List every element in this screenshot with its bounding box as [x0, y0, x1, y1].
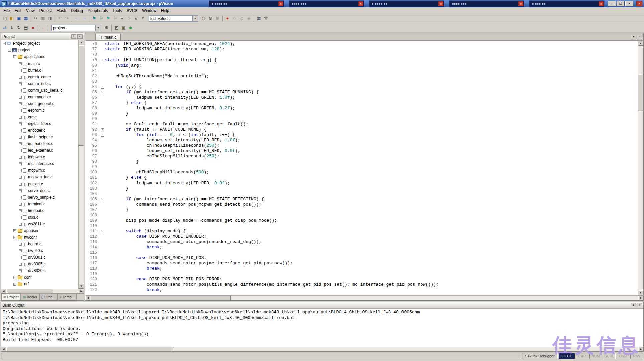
close-document-icon[interactable]: × — [637, 35, 642, 39]
comment-selection-icon[interactable]: // — [133, 15, 140, 22]
tree-item[interactable]: +digital_filter.c — [1, 120, 78, 127]
pin-icon[interactable]: ↧ — [71, 34, 76, 39]
code-line[interactable]: 81 — [85, 68, 638, 74]
build-output-log[interactable]: I:\BaiduNetdiskDownload\vesc6keil\bldc_m… — [1, 309, 643, 347]
expand-icon[interactable]: + — [19, 183, 22, 186]
tree-item[interactable]: +irq_handlers.c — [1, 140, 78, 147]
tree-item[interactable]: +mc_interface.c — [1, 160, 78, 167]
code-line[interactable]: 99 — [85, 164, 638, 170]
close-icon[interactable]: × — [438, 1, 443, 6]
menu-help[interactable]: Help — [159, 8, 172, 14]
code-line[interactable]: 78 — [85, 52, 638, 57]
code-line[interactable]: 121 commands_send_rotor_pos(utils_angle_… — [85, 282, 638, 287]
tree-item[interactable]: -hwconf — [1, 234, 78, 241]
build-target-icon[interactable]: ⇓ — [8, 25, 15, 31]
menu-file[interactable]: File — [1, 8, 12, 14]
panel-tab-temp[interactable]: ≡Temp... — [58, 294, 77, 300]
tree-item[interactable]: +commands.c — [1, 94, 78, 100]
scroll-left-icon[interactable]: ◀ — [85, 296, 90, 300]
expand-icon[interactable]: + — [19, 189, 22, 192]
tree-item[interactable]: +hw_60.c — [1, 247, 78, 254]
chevron-down-icon[interactable]: ▼ — [95, 25, 101, 31]
scroll-down-icon[interactable]: ▼ — [79, 284, 84, 289]
tree-item[interactable]: +terminal.c — [1, 201, 78, 207]
tree-item[interactable]: -Project: project — [1, 40, 78, 47]
code-line[interactable]: 93- for (int i = 0; i < (int)fault; i++)… — [85, 132, 638, 138]
expand-icon[interactable]: + — [19, 243, 22, 246]
scroll-up-icon[interactable]: ▲ — [79, 40, 84, 45]
window-layout-icon[interactable]: ▦ — [255, 15, 262, 22]
close-icon[interactable]: × — [358, 1, 363, 6]
expand-icon[interactable]: + — [19, 116, 22, 119]
code-line[interactable]: 83 — [85, 79, 638, 84]
options-for-target-icon[interactable]: ⚙ — [103, 25, 110, 31]
code-line[interactable]: 79-static THD_FUNCTION(periodic_thread, … — [85, 57, 638, 63]
fold-toggle-icon[interactable]: - — [100, 197, 105, 202]
code-line[interactable]: 90 — [85, 116, 638, 122]
code-line[interactable]: 106 commands_send_rotor_pos(mcpwm_get_de… — [85, 202, 638, 207]
code-line[interactable]: 104 — [85, 191, 638, 197]
close-icon[interactable]: × — [518, 1, 523, 6]
editor-tab-main-c[interactable]: main.c — [95, 34, 121, 40]
scrollbar-thumb[interactable] — [638, 74, 643, 111]
configure-tools-icon[interactable]: ⚒ — [262, 15, 269, 22]
expand-icon[interactable]: + — [19, 62, 22, 65]
tree-item[interactable]: +mcpwm.c — [1, 167, 78, 174]
expand-icon[interactable]: + — [19, 209, 22, 212]
close-button[interactable]: × — [625, 1, 633, 6]
build-output-hscrollbar[interactable]: ◀ ▶ — [1, 347, 643, 351]
code-line[interactable]: 95 chThdSleepMilliseconds(250); — [85, 143, 638, 148]
expand-icon[interactable]: + — [19, 203, 22, 206]
menu-peripherals[interactable]: Peripherals — [85, 8, 110, 14]
scrollbar-thumb[interactable] — [91, 296, 231, 300]
code-line[interactable]: 91 mc_fault_code fault = mc_interface_ge… — [85, 122, 638, 127]
code-line[interactable]: 109 disp_pos_mode display_mode = command… — [85, 218, 638, 223]
panel-tab-project[interactable]: ▤Project — [1, 294, 21, 300]
tree-item[interactable]: +conf_general.c — [1, 100, 78, 107]
code-line[interactable]: 103 } — [85, 186, 638, 191]
redo-icon[interactable]: ↷ — [63, 15, 70, 22]
code-line[interactable]: 120 case DISP_POS_MODE_PID_POS_ERROR: — [85, 277, 638, 282]
scroll-right-icon[interactable]: ▶ — [79, 289, 84, 293]
expand-icon[interactable]: + — [19, 76, 22, 79]
code-line[interactable]: 97 chThdSleepMilliseconds(250); — [85, 154, 638, 159]
manage-project-items-icon[interactable]: ▣ — [120, 25, 127, 31]
remote-window-tab[interactable]: ■ ■■■■ ■■× — [369, 0, 445, 7]
tree-item[interactable]: +comm_usb_serial.c — [1, 87, 78, 94]
project-tree-scrollbar[interactable]: ▲ ▼ — [78, 40, 84, 289]
code-line[interactable]: 88 ledpwm_set_intensity(LED_GREEN, 0.2f)… — [85, 106, 638, 111]
menu-edit[interactable]: Edit — [12, 8, 24, 14]
target-select-combo[interactable]: project▼ — [51, 25, 101, 31]
tree-item[interactable]: +mcpwm_foc.c — [1, 174, 78, 180]
scroll-left-icon[interactable]: ◀ — [1, 347, 6, 352]
tree-item[interactable]: +nrf — [1, 281, 78, 287]
expand-icon[interactable]: + — [19, 142, 22, 145]
code-line[interactable]: 86 ledpwm_set_intensity(LED_GREEN, 1.0f)… — [85, 95, 638, 100]
incremental-find-icon[interactable]: ⊕ — [214, 15, 221, 22]
expand-icon[interactable]: + — [19, 269, 22, 272]
tree-item[interactable]: +crc.c — [1, 114, 78, 120]
code-line[interactable]: 98 } — [85, 159, 638, 164]
expand-icon[interactable]: + — [19, 263, 22, 266]
collapse-icon[interactable]: - — [13, 236, 16, 239]
tree-item[interactable]: +comm_can.c — [1, 74, 78, 80]
remote-window-tab[interactable]: ■■■■ ■■■× — [289, 0, 364, 7]
undo-icon[interactable]: ↶ — [56, 15, 63, 22]
menu-view[interactable]: View — [24, 8, 37, 14]
save-all-icon[interactable]: ▦ — [22, 15, 29, 22]
paste-icon[interactable]: ◨ — [46, 15, 53, 22]
fold-toggle-icon[interactable]: - — [100, 84, 105, 90]
code-line[interactable]: 118 break; — [85, 266, 638, 271]
kill-all-breakpoints-icon[interactable]: ◈ — [245, 15, 252, 22]
minimize-button[interactable]: – — [608, 1, 616, 6]
expand-icon[interactable]: + — [13, 229, 16, 232]
code-line[interactable]: 100 chThdSleepMilliseconds(500); — [85, 170, 638, 175]
save-file-icon[interactable]: ▣ — [15, 15, 22, 22]
tree-item[interactable]: +conf — [1, 274, 78, 281]
tree-item[interactable]: +ledpwm.c — [1, 154, 78, 160]
code-line[interactable]: 122 break; — [85, 287, 638, 293]
collapse-icon[interactable]: - — [3, 42, 6, 45]
code-line[interactable]: 82 chRegSetThreadName("Main periodic"); — [85, 74, 638, 79]
tree-item[interactable]: -applications — [1, 53, 78, 60]
menu-tools[interactable]: Tools — [110, 8, 124, 14]
